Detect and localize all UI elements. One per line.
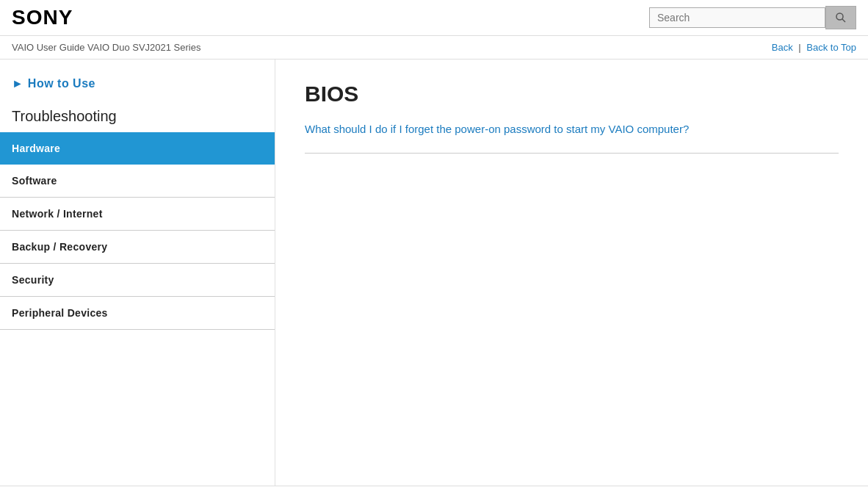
sidebar-item-network[interactable]: Network / Internet bbox=[0, 198, 275, 231]
how-to-use-label: How to Use bbox=[28, 77, 95, 90]
sony-logo: SONY bbox=[12, 6, 73, 29]
nav-separator: | bbox=[798, 42, 800, 53]
search-input[interactable] bbox=[649, 7, 825, 28]
back-to-top-link[interactable]: Back to Top bbox=[806, 42, 856, 53]
main: ► How to Use Troubleshooting Hardware So… bbox=[0, 60, 868, 486]
content-divider bbox=[305, 153, 839, 154]
header: SONY bbox=[0, 0, 868, 36]
chevron-right-icon: ► bbox=[12, 77, 23, 90]
content-link[interactable]: What should I do if I forget the power-o… bbox=[305, 121, 839, 138]
sidebar: ► How to Use Troubleshooting Hardware So… bbox=[0, 60, 275, 486]
guide-title: VAIO User Guide VAIO Duo SVJ2021 Series bbox=[12, 42, 200, 53]
search-button[interactable] bbox=[825, 6, 856, 29]
sidebar-item-software[interactable]: Software bbox=[0, 165, 275, 198]
search-area bbox=[649, 6, 856, 29]
search-icon bbox=[835, 12, 847, 24]
how-to-use[interactable]: ► How to Use bbox=[0, 74, 275, 102]
footer: © 2012 Sony Corporation bbox=[0, 486, 868, 501]
sidebar-item-peripheral[interactable]: Peripheral Devices bbox=[0, 297, 275, 330]
back-link[interactable]: Back bbox=[772, 42, 793, 53]
nav-links: Back | Back to Top bbox=[772, 42, 856, 53]
page-title: BIOS bbox=[305, 82, 839, 107]
sidebar-item-security[interactable]: Security bbox=[0, 264, 275, 297]
sidebar-item-backup[interactable]: Backup / Recovery bbox=[0, 231, 275, 264]
troubleshooting-heading: Troubleshooting bbox=[0, 102, 275, 132]
svg-line-1 bbox=[842, 19, 845, 22]
sidebar-item-hardware[interactable]: Hardware bbox=[0, 132, 275, 165]
content-area: BIOS What should I do if I forget the po… bbox=[275, 60, 868, 486]
svg-point-0 bbox=[836, 13, 843, 20]
breadcrumb-bar: VAIO User Guide VAIO Duo SVJ2021 Series … bbox=[0, 36, 868, 60]
